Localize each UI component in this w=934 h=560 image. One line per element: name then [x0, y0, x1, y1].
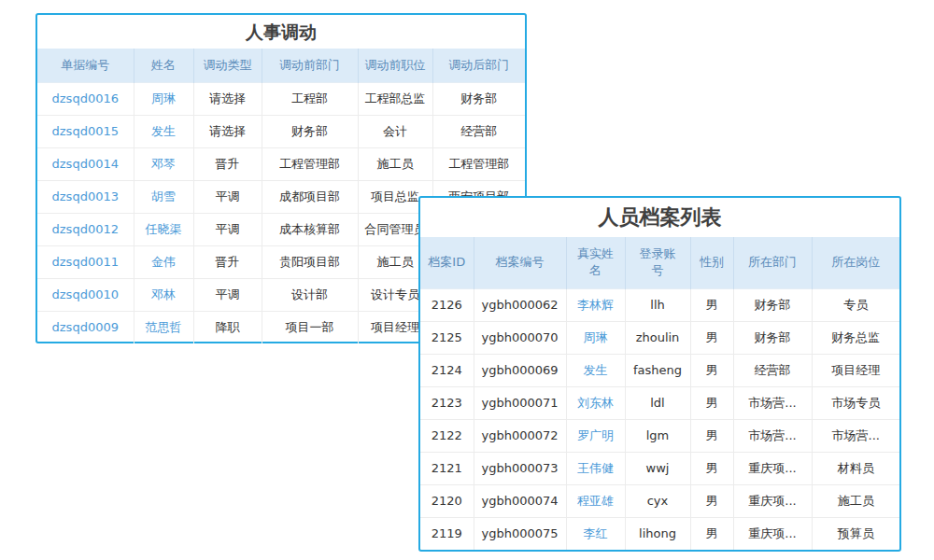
link-cell[interactable]: dzsqd0009	[37, 311, 134, 343]
cell: 财务部	[432, 82, 525, 115]
cell: 财务部	[733, 321, 812, 354]
header-row: 档案ID档案编号真实姓名登录账号性别所在部门所在岗位	[420, 237, 899, 288]
header-row: 单据编号姓名调动类型调动前部门调动前职位调动后部门	[37, 49, 525, 82]
cell: wwj	[625, 452, 690, 484]
cell: 工程管理部	[432, 147, 525, 180]
link-cell[interactable]: 王伟健	[566, 452, 625, 484]
cell: 男	[690, 354, 733, 386]
table-row: 2119ygbh000075李红lihong男重庆项...预算员	[420, 517, 899, 550]
link-cell[interactable]: 罗广明	[566, 419, 625, 452]
cell: lihong	[625, 517, 690, 550]
link-cell[interactable]: 周琳	[134, 82, 193, 115]
cell: 2123	[420, 386, 474, 419]
cell: 请选择	[193, 115, 262, 147]
column-header: 真实姓名	[566, 237, 625, 288]
link-cell[interactable]: 刘东林	[566, 386, 625, 419]
table-row: 2122ygbh000072罗广明lgm男市场营...市场营...	[420, 419, 899, 452]
cell: 工程部	[262, 82, 358, 115]
link-cell[interactable]: 金伟	[134, 245, 193, 278]
column-header: 登录账号	[625, 237, 690, 288]
column-header: 档案ID	[420, 237, 474, 288]
table-row: 2126ygbh000062李林辉llh男财务部专员	[420, 288, 899, 321]
link-cell[interactable]: 程亚雄	[566, 484, 625, 517]
cell: lgm	[625, 419, 690, 452]
cell: 2125	[420, 321, 474, 354]
link-cell[interactable]: 周琳	[566, 321, 625, 354]
cell: 男	[690, 484, 733, 517]
column-header-label: 姓名	[151, 58, 176, 72]
cell: 材料员	[812, 452, 899, 484]
cell: 市场专员	[812, 386, 899, 419]
cell: 请选择	[193, 82, 262, 115]
column-header-label: 调动后部门	[448, 58, 509, 72]
link-cell[interactable]: 任晓渠	[134, 213, 193, 245]
cell: ygbh000073	[474, 452, 566, 484]
cell: 项目经理	[812, 354, 899, 386]
cell: 2120	[420, 484, 474, 517]
column-header-label: 所在岗位	[831, 255, 880, 269]
link-cell[interactable]: 李林辉	[566, 288, 625, 321]
cell: 2122	[420, 419, 474, 452]
link-cell[interactable]: dzsqd0016	[37, 82, 134, 115]
cell: ygbh000062	[474, 288, 566, 321]
cell: 施工员	[358, 147, 432, 180]
transfer-table-title: 人事调动	[37, 15, 525, 49]
link-cell[interactable]: 邓琴	[134, 147, 193, 180]
cell: ldl	[625, 386, 690, 419]
cell: 财务部	[733, 288, 812, 321]
cell: fasheng	[625, 354, 690, 386]
column-header-label: 档案ID	[428, 255, 465, 269]
cell: ygbh000070	[474, 321, 566, 354]
cell: 重庆项...	[733, 452, 812, 484]
cell: ygbh000075	[474, 517, 566, 550]
cell: 市场营...	[733, 419, 812, 452]
cell: 市场营...	[733, 386, 812, 419]
link-cell[interactable]: dzsqd0011	[37, 245, 134, 278]
link-cell[interactable]: 李红	[566, 517, 625, 550]
cell: 平调	[193, 213, 262, 245]
cell: ygbh000072	[474, 419, 566, 452]
archive-table-card: 人员档案列表 档案ID档案编号真实姓名登录账号性别所在部门所在岗位2126ygb…	[418, 196, 901, 552]
cell: 会计	[358, 115, 432, 147]
column-header-label: 所在部门	[748, 255, 797, 269]
link-cell[interactable]: dzsqd0015	[37, 115, 134, 147]
column-header-label: 登录账号	[639, 245, 677, 279]
link-cell[interactable]: 范思哲	[134, 311, 193, 343]
cell: ygbh000071	[474, 386, 566, 419]
link-cell[interactable]: dzsqd0014	[37, 147, 134, 180]
cell: 项目一部	[262, 311, 358, 343]
link-cell[interactable]: dzsqd0012	[37, 213, 134, 245]
cell: 重庆项...	[733, 517, 812, 550]
cell: 工程部总监	[358, 82, 432, 115]
cell: 施工员	[812, 484, 899, 517]
table-row: dzsqd0016周琳请选择工程部工程部总监财务部	[37, 82, 525, 115]
cell: 贵阳项目部	[262, 245, 358, 278]
column-header: 调动前职位	[358, 49, 432, 82]
table-row: 2124ygbh000069发生fasheng男经营部项目经理	[420, 354, 899, 386]
table-row: 2125ygbh000070周琳zhoulin男财务部财务总监	[420, 321, 899, 354]
link-cell[interactable]: 邓林	[134, 278, 193, 311]
cell: 男	[690, 517, 733, 550]
column-header: 所在岗位	[812, 237, 899, 288]
cell: 男	[690, 419, 733, 452]
link-cell[interactable]: 胡雪	[134, 180, 193, 213]
table-row: 2121ygbh000073王伟健wwj男重庆项...材料员	[420, 452, 899, 484]
link-cell[interactable]: dzsqd0010	[37, 278, 134, 311]
cell: 2119	[420, 517, 474, 550]
link-cell[interactable]: dzsqd0013	[37, 180, 134, 213]
table-row: dzsqd0014邓琴晋升工程管理部施工员工程管理部	[37, 147, 525, 180]
cell: zhoulin	[625, 321, 690, 354]
link-cell[interactable]: 发生	[134, 115, 193, 147]
table-row: dzsqd0015发生请选择财务部会计经营部	[37, 115, 525, 147]
cell: 设计部	[262, 278, 358, 311]
link-cell[interactable]: 发生	[566, 354, 625, 386]
column-header-label: 单据编号	[61, 58, 109, 72]
table-row: 2120ygbh000074程亚雄cyx男重庆项...施工员	[420, 484, 899, 517]
cell: ygbh000074	[474, 484, 566, 517]
cell: 晋升	[193, 147, 262, 180]
column-header-label: 调动前部门	[279, 58, 340, 72]
column-header-label: 档案编号	[496, 255, 545, 269]
cell: 成都项目部	[262, 180, 358, 213]
cell: cyx	[625, 484, 690, 517]
column-header: 档案编号	[474, 237, 566, 288]
